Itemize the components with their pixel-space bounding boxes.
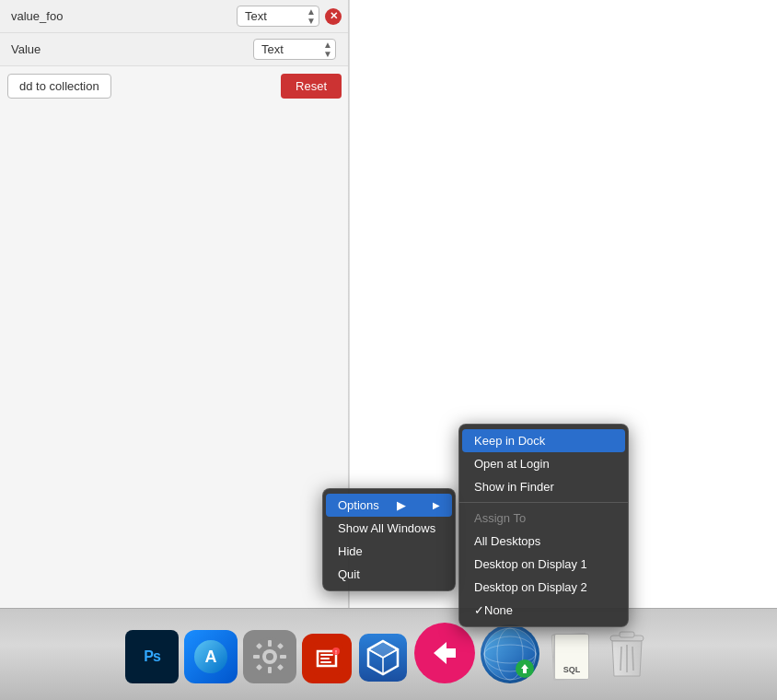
type-select-wrapper-2: Text Number Boolean ▲ ▼ [253,39,336,60]
menu-item-show-in-finder-label: Show in Finder [474,480,554,494]
dock: Ps A [0,608,777,700]
dock-icon-photoshop[interactable]: Ps [125,630,179,683]
menu-item-display-2[interactable]: Desktop on Display 2 [459,576,628,599]
svg-rect-8 [280,655,286,659]
gear-icon [250,637,289,676]
svg-rect-5 [268,640,272,647]
add-collection-button[interactable]: dd to collection [7,74,111,99]
type-select-1[interactable]: Text Number Boolean [237,6,319,27]
type-select-2[interactable]: Text Number Boolean [253,39,336,60]
dock-icon-sql[interactable]: SQL [545,623,597,683]
svg-text:!: ! [335,649,337,655]
menu-item-open-at-login[interactable]: Open at Login [459,452,628,475]
field-label-2: Value [7,42,253,56]
menu-item-all-desktops[interactable]: All Desktops [459,530,628,553]
menu-item-quit[interactable]: Quit [323,563,455,586]
dock-icon-red-tool[interactable]: ! [302,634,352,683]
dock-icon-appstore[interactable]: A [184,630,238,683]
menu-item-display-2-label: Desktop on Display 2 [474,580,587,594]
type-select-wrapper-1: Text Number Boolean ▲ ▼ [237,6,319,27]
copilot-icon [426,635,463,671]
dock-icon-system-prefs[interactable] [243,630,296,683]
svg-text:A: A [205,648,217,666]
appstore-icon: A [194,640,227,673]
menu-item-hide-label: Hide [338,544,363,558]
menu-item-quit-label: Quit [338,567,360,581]
sql-doc-front: SQL [554,634,589,680]
svg-line-32 [632,647,633,671]
virtualbox-icon [359,634,407,682]
form-row-1: value_foo Text Number Boolean ▲ ▼ ✕ [0,0,349,33]
menu-item-show-windows[interactable]: Show All Windows [323,517,455,540]
menu-item-options[interactable]: Options ▶ [326,494,452,517]
menu-item-show-in-finder[interactable]: Show in Finder [459,475,628,498]
context-menu-sub: Keep in Dock Open at Login Show in Finde… [458,424,629,627]
reset-button[interactable]: Reset [281,74,342,99]
dock-icon-trash[interactable] [602,623,652,683]
trash-icon [607,628,647,680]
menu-item-options-label: Options [338,498,379,512]
action-row: dd to collection Reset [0,66,349,106]
menu-item-display-1[interactable]: Desktop on Display 1 [459,553,628,576]
dock-icon-virtualbox[interactable] [357,632,409,683]
red-tool-icon: ! [310,642,343,675]
sql-label: SQL [563,665,581,674]
svg-rect-6 [268,667,272,673]
menu-item-assign-to: Assign To [459,507,628,530]
menu-item-show-windows-label: Show All Windows [338,521,435,535]
context-menu-main: Options ▶ Show All Windows Hide Quit [322,488,456,591]
svg-rect-7 [253,655,260,659]
menu-item-assign-to-label: Assign To [474,511,526,525]
app-area: value_foo Text Number Boolean ▲ ▼ ✕ Valu… [0,0,350,608]
menu-item-open-at-login-label: Open at Login [474,457,550,471]
check-icon: ✓ [474,603,484,617]
svg-line-30 [620,647,621,671]
dock-icon-copilot[interactable] [414,623,475,683]
dock-icons-container: Ps A [125,623,652,693]
ps-label: Ps [144,648,160,665]
dock-icon-globe[interactable] [481,624,539,683]
globe-svg-icon [482,626,538,682]
svg-point-4 [266,653,273,660]
menu-item-none-label: None [484,603,513,617]
menu-item-keep-in-dock-label: Keep in Dock [474,434,545,448]
svg-rect-29 [620,632,634,637]
form-row-2: Value Text Number Boolean ▲ ▼ [0,33,349,66]
menu-item-hide[interactable]: Hide [323,540,455,563]
field-label-1: value_foo [7,9,237,23]
menu-separator-1 [459,502,628,503]
menu-item-keep-in-dock[interactable]: Keep in Dock [462,429,625,452]
close-row-1-button[interactable]: ✕ [325,8,342,25]
submenu-arrow-icon: ▶ [397,498,406,512]
menu-item-all-desktops-label: All Desktops [474,534,540,548]
menu-item-display-1-label: Desktop on Display 1 [474,557,587,571]
menu-item-none[interactable]: ✓ None [459,599,628,622]
